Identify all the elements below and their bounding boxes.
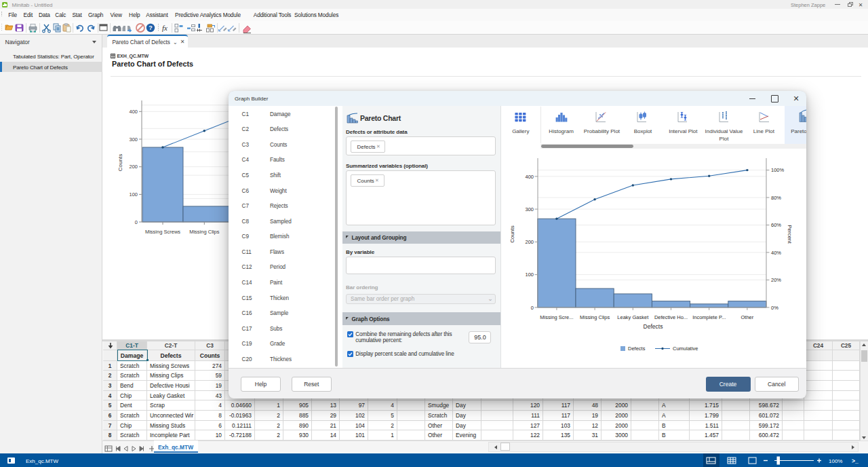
svg-text:Missing Screws: Missing Screws bbox=[145, 229, 180, 235]
svg-text:Missing Clips: Missing Clips bbox=[189, 229, 219, 235]
svg-text:80%: 80% bbox=[771, 195, 781, 201]
svg-text:Percent: Percent bbox=[787, 225, 793, 244]
svg-text:Defective Ho...: Defective Ho... bbox=[654, 314, 688, 320]
svg-text:20%: 20% bbox=[771, 277, 781, 283]
svg-text:400: 400 bbox=[129, 109, 138, 115]
svg-text:40%: 40% bbox=[771, 250, 781, 256]
svg-text:200: 200 bbox=[525, 239, 534, 245]
svg-text:300: 300 bbox=[129, 136, 138, 143]
svg-text:100: 100 bbox=[525, 272, 534, 278]
svg-text:60%: 60% bbox=[771, 222, 781, 228]
svg-text:Defects: Defects bbox=[644, 323, 663, 330]
svg-text:Cumulative: Cumulative bbox=[673, 345, 698, 352]
svg-text:100: 100 bbox=[129, 191, 138, 198]
svg-text:Counts: Counts bbox=[509, 225, 515, 242]
svg-text:Other: Other bbox=[741, 314, 754, 320]
svg-text:Counts: Counts bbox=[117, 154, 123, 171]
svg-text:Missing Scre...: Missing Scre... bbox=[540, 314, 573, 320]
svg-text:fx: fx bbox=[162, 24, 167, 32]
svg-text:0: 0 bbox=[135, 219, 138, 225]
svg-text:Missing Clips: Missing Clips bbox=[580, 314, 610, 320]
svg-text:100%: 100% bbox=[771, 167, 785, 173]
svg-text:400: 400 bbox=[525, 174, 534, 180]
svg-text:300: 300 bbox=[525, 206, 534, 212]
svg-text:Defects: Defects bbox=[628, 345, 646, 352]
svg-text:200: 200 bbox=[129, 164, 138, 170]
svg-text:0: 0 bbox=[531, 305, 534, 311]
svg-text:Incomplete P...: Incomplete P... bbox=[692, 314, 726, 320]
svg-text:Leaky Gasket: Leaky Gasket bbox=[617, 314, 649, 320]
svg-text:?: ? bbox=[149, 24, 153, 31]
svg-text:0%: 0% bbox=[771, 305, 778, 311]
